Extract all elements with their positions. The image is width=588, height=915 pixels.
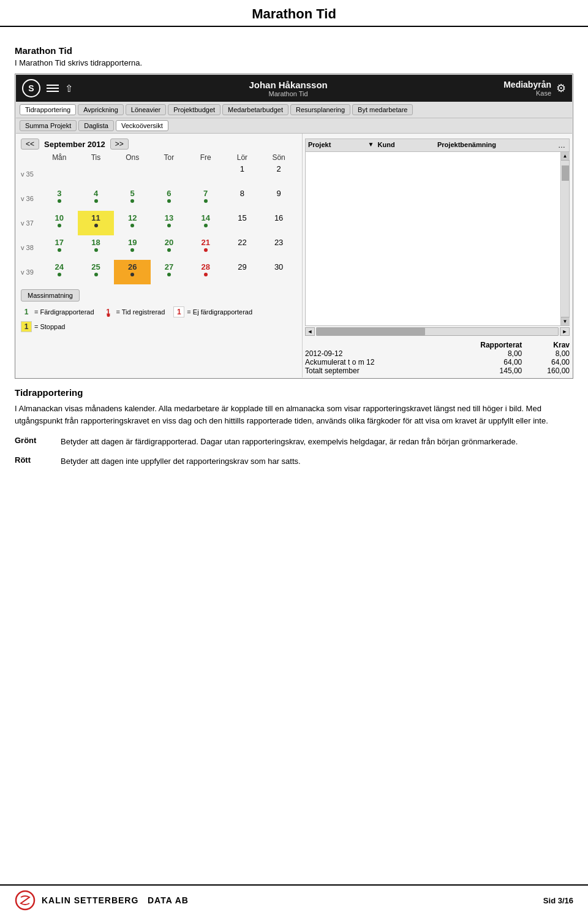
intro-title: Marathon Tid [15, 45, 573, 56]
table-row: Totalt september 145,00 160,00 [305, 366, 570, 375]
day-cell-5[interactable]: 5 [114, 186, 151, 211]
h-scrollbar-track[interactable] [316, 327, 559, 336]
term-rott: Rött Betyder att dagen inte uppfyller de… [15, 455, 573, 468]
day-cell[interactable] [187, 162, 224, 186]
table-row: v 38 17 18 19 [21, 235, 297, 260]
subnav-summa-projekt[interactable]: Summa Projekt [20, 120, 77, 131]
day-cell-13[interactable]: 13 [151, 211, 187, 235]
summary-col-krav: Krav [522, 341, 570, 349]
legend-yellow: 1 = Stoppad [21, 321, 65, 332]
summary-label-2: Ackumulerat t o m 12 [305, 358, 458, 366]
day-cell-28[interactable]: 28 [187, 260, 224, 284]
scroll-up-btn[interactable]: ▲ [561, 152, 570, 161]
nav-tidrapportering[interactable]: Tidrapportering [20, 104, 76, 115]
term-def-gront: Betyder att dagen är färdigrapporterad. … [61, 436, 573, 448]
legend-red-dot-label: = Tid registrerad [116, 308, 165, 316]
massinmatning-button[interactable]: Massinmatning [21, 289, 80, 302]
day-cell-27[interactable]: 27 [151, 260, 187, 284]
nav-avprickning[interactable]: Avprickning [78, 104, 124, 115]
footer-logo-icon [15, 890, 36, 911]
app-subnav: Summa Projekt Daglista Veckoöversikt [16, 118, 572, 134]
day-cell-20[interactable]: 20 [151, 235, 187, 260]
table-row: 2012-09-12 8,00 8,00 [305, 349, 570, 358]
menu-icon[interactable] [47, 85, 59, 92]
day-cell-23[interactable]: 23 [260, 235, 297, 260]
footer-page: Sid 3/16 [543, 896, 573, 905]
scroll-down-btn[interactable]: ▼ [561, 317, 570, 325]
subnav-veckoversikt[interactable]: Veckoöversikt [116, 120, 168, 131]
day-cell-11[interactable]: 11 [78, 211, 115, 235]
scroll-right-btn[interactable]: ► [560, 327, 570, 336]
cal-prev-btn[interactable]: << [21, 139, 39, 150]
day-cell-24[interactable]: 24 [41, 260, 78, 284]
summary-val1-3: 145,00 [458, 366, 522, 375]
summary-label-3: Totalt september [305, 366, 458, 375]
day-cell-18[interactable]: 18 [78, 235, 115, 260]
nav-byt-medarbetare[interactable]: Byt medarbetare [352, 104, 413, 115]
v-scrollbar[interactable]: ▲ ▼ [560, 152, 569, 325]
col-kund: Kund [378, 141, 438, 150]
summary-area: Rapporterat Krav 2012-09-12 8,00 8,00 [305, 341, 570, 375]
day-cell-21[interactable]: 21 [187, 235, 224, 260]
day-cell-29[interactable]: 29 [224, 260, 261, 284]
subnav-daglista[interactable]: Daglista [78, 120, 114, 131]
upload-icon[interactable]: ⇧ [65, 83, 73, 94]
table-row: v 36 3 4 5 [21, 186, 297, 211]
day-cell-4[interactable]: 4 [78, 186, 115, 211]
day-cell-16[interactable]: 16 [260, 211, 297, 235]
week-num: v 35 [21, 162, 41, 186]
section-heading: Tidrapportering [15, 387, 573, 398]
project-list-area: ▲ ▼ [305, 151, 570, 326]
company-sub: Kase [536, 89, 551, 97]
day-cell-6[interactable]: 6 [151, 186, 187, 211]
legend-white-red-label: = Ej färdigrapporterad [187, 308, 252, 316]
day-cell-10[interactable]: 10 [41, 211, 78, 235]
project-table-header: Projekt ▼ Kund Projektbenämning … [305, 139, 570, 151]
day-cell-3[interactable]: 3 [41, 186, 78, 211]
day-cell-17[interactable]: 17 [41, 235, 78, 260]
app-logo-icon[interactable]: S [22, 79, 40, 97]
day-cell-26[interactable]: 26 [114, 260, 151, 284]
term-def-rott: Betyder att dagen inte uppfyller det rap… [61, 455, 573, 468]
day-cell[interactable] [41, 162, 78, 186]
nav-loneavier[interactable]: Löneavier [126, 104, 166, 115]
day-cell-8[interactable]: 8 [224, 186, 261, 211]
project-side: Projekt ▼ Kund Projektbenämning … ▲ ▼ [303, 134, 572, 378]
day-cell[interactable] [78, 162, 115, 186]
app-navbar: Tidrapportering Avprickning Löneavier Pr… [16, 102, 572, 118]
sort-icon[interactable]: ▼ [368, 141, 378, 150]
day-cell-9[interactable]: 9 [260, 186, 297, 211]
day-cell-25[interactable]: 25 [78, 260, 115, 284]
gear-icon[interactable]: ⚙ [556, 82, 566, 95]
app-main-content: << September 2012 >> Mån Tis Ons Tor Fre [16, 134, 572, 378]
day-cell[interactable] [114, 162, 151, 186]
day-cell-30[interactable]: 30 [260, 260, 297, 284]
cal-next-btn[interactable]: >> [110, 139, 129, 150]
summary-val2-1: 8,00 [522, 349, 570, 358]
summary-val1-2: 64,00 [458, 358, 522, 366]
summary-table: Rapporterat Krav 2012-09-12 8,00 8,00 [305, 341, 570, 375]
day-cell-22[interactable]: 22 [224, 235, 261, 260]
summary-val2-2: 64,00 [522, 358, 570, 366]
table-row: v 37 10 11 12 [21, 211, 297, 235]
more-icon[interactable]: … [557, 141, 567, 150]
scroll-left-btn[interactable]: ◄ [305, 327, 315, 336]
day-cell[interactable] [151, 162, 187, 186]
day-cell-12[interactable]: 12 [114, 211, 151, 235]
day-cell-14[interactable]: 14 [187, 211, 224, 235]
col-fre: Fre [187, 153, 224, 162]
day-cell-7[interactable]: 7 [187, 186, 224, 211]
footer-logo: KALIN SETTERBERG DATA AB [15, 890, 189, 911]
term-label-rott: Rött [15, 455, 61, 468]
day-cell-2[interactable]: 2 [260, 162, 297, 186]
day-cell-15[interactable]: 15 [224, 211, 261, 235]
nav-medarbetarbudget[interactable]: Medarbetarbudget [222, 104, 288, 115]
day-cell-19[interactable]: 19 [114, 235, 151, 260]
col-projektbenamning: Projektbenämning [437, 141, 557, 150]
day-cell-1[interactable]: 1 [224, 162, 261, 186]
nav-projektbudget[interactable]: Projektbudget [168, 104, 221, 115]
col-tis: Tis [78, 153, 115, 162]
nav-resursplanering[interactable]: Resursplanering [290, 104, 350, 115]
col-projekt: Projekt [308, 141, 368, 150]
app-topbar: S ⇧ Johan Håkansson Marathon Tid Mediaby… [16, 75, 572, 102]
